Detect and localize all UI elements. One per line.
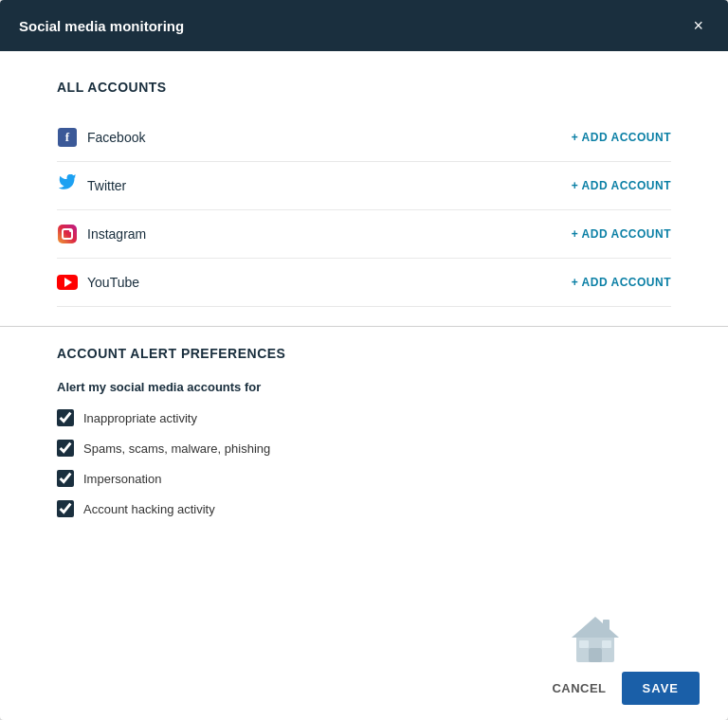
- checkbox-spams[interactable]: [57, 440, 74, 457]
- checkbox-label-spams: Spams, scams, malware, phishing: [83, 441, 270, 456]
- twitter-label: Twitter: [87, 178, 126, 193]
- instagram-label: Instagram: [87, 226, 146, 242]
- checkbox-item-hacking: Account hacking activity: [57, 500, 671, 517]
- cancel-button[interactable]: CANCEL: [552, 681, 606, 695]
- checkbox-item-inappropriate: Inappropriate activity: [57, 409, 671, 426]
- svg-rect-5: [603, 620, 610, 633]
- svg-rect-2: [589, 648, 602, 662]
- youtube-add-account-button[interactable]: + ADD ACCOUNT: [572, 276, 671, 289]
- alert-preferences-section: ACCOUNT ALERT PREFERENCES Alert my socia…: [57, 346, 671, 517]
- svg-rect-3: [579, 640, 589, 648]
- checkbox-impersonation[interactable]: [57, 470, 74, 487]
- instagram-icon: [57, 224, 78, 244]
- twitter-add-account-button[interactable]: + ADD ACCOUNT: [572, 179, 671, 192]
- instagram-left: Instagram: [57, 224, 146, 244]
- accounts-list: f Facebook + ADD ACCOUNT: [57, 114, 671, 307]
- save-button[interactable]: SAVE: [622, 672, 700, 705]
- checkbox-hacking[interactable]: [57, 500, 74, 517]
- youtube-icon: [57, 272, 78, 293]
- modal-title: Social media monitoring: [19, 18, 184, 34]
- modal-container: Social media monitoring × ALL ACCOUNTS f…: [0, 0, 728, 720]
- svg-rect-4: [602, 640, 611, 648]
- checkbox-label-impersonation: Impersonation: [83, 472, 161, 486]
- instagram-add-account-button[interactable]: + ADD ACCOUNT: [572, 227, 671, 241]
- facebook-icon: f: [57, 127, 78, 148]
- close-button[interactable]: ×: [687, 15, 709, 36]
- checkbox-item-impersonation: Impersonation: [57, 470, 671, 487]
- checkbox-item-spams: Spams, scams, malware, phishing: [57, 440, 671, 457]
- twitter-icon: [57, 175, 78, 196]
- section-divider: [0, 326, 728, 327]
- alert-subtitle: Alert my social media accounts for: [57, 380, 671, 394]
- checkbox-list: Inappropriate activity Spams, scams, mal…: [57, 409, 671, 517]
- house-icon: [567, 612, 624, 668]
- checkbox-inappropriate[interactable]: [57, 409, 74, 426]
- modal-body: ALL ACCOUNTS f Facebook + ADD ACCOUNT: [0, 51, 728, 657]
- youtube-row: YouTube + ADD ACCOUNT: [57, 259, 671, 307]
- facebook-row: f Facebook + ADD ACCOUNT: [57, 114, 671, 162]
- checkbox-label-inappropriate: Inappropriate activity: [83, 411, 197, 425]
- facebook-label: Facebook: [87, 130, 145, 145]
- instagram-row: Instagram + ADD ACCOUNT: [57, 210, 671, 259]
- youtube-label: YouTube: [87, 275, 139, 290]
- checkbox-label-hacking: Account hacking activity: [83, 502, 215, 516]
- alert-preferences-title: ACCOUNT ALERT PREFERENCES: [57, 346, 671, 361]
- all-accounts-title: ALL ACCOUNTS: [57, 80, 671, 95]
- modal-header: Social media monitoring ×: [0, 0, 728, 51]
- modal-footer: CANCEL SAVE: [0, 657, 728, 720]
- youtube-left: YouTube: [57, 272, 139, 293]
- twitter-row: Twitter + ADD ACCOUNT: [57, 162, 671, 210]
- facebook-left: f Facebook: [57, 127, 145, 148]
- facebook-add-account-button[interactable]: + ADD ACCOUNT: [572, 131, 671, 144]
- twitter-left: Twitter: [57, 175, 126, 196]
- svg-marker-1: [572, 617, 619, 638]
- all-accounts-section: ALL ACCOUNTS f Facebook + ADD ACCOUNT: [57, 80, 671, 307]
